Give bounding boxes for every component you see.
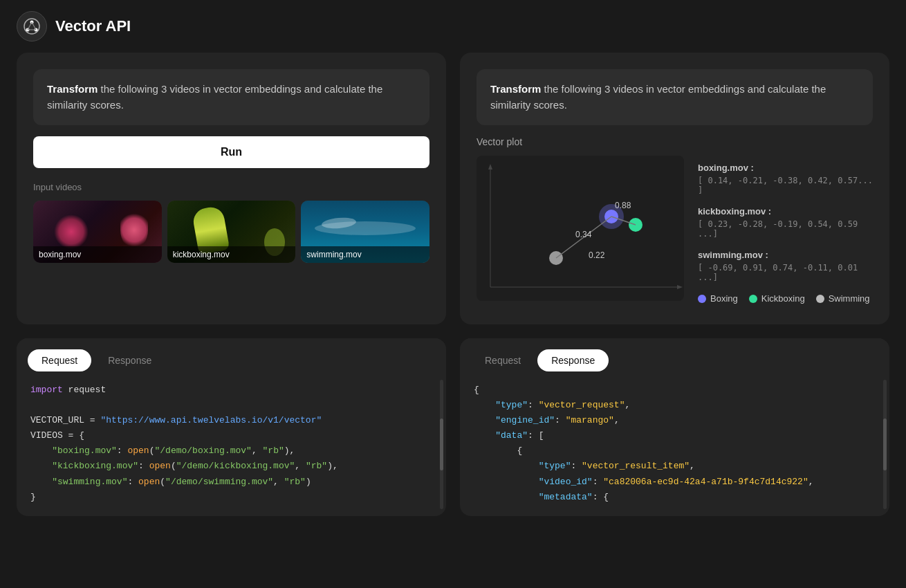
scrollbar-track: [440, 380, 443, 509]
json-line-data: "data": [: [474, 428, 876, 443]
right-tab-response[interactable]: Response: [537, 349, 609, 371]
left-desc-bold: Transform: [47, 83, 98, 95]
json-line-obj-open: {: [474, 443, 876, 459]
code-line-url: VECTOR_URL = "https://www.api.twelvelabs…: [30, 413, 432, 428]
legend-boxing-dot: Boxing: [698, 293, 738, 304]
right-scrollbar-thumb[interactable]: [883, 419, 887, 470]
swimming-dot: [816, 295, 824, 303]
code-line-videos-open: VIDEOS = {: [30, 428, 432, 443]
right-desc-rest: the following 3 videos in vector embeddi…: [490, 83, 826, 111]
keyword-import: import: [30, 385, 63, 395]
code-line-close: }: [30, 490, 432, 505]
plot-legend: boxing.mov : [ 0.14, -0.21, -0.38, 0.42,…: [698, 156, 873, 304]
legend-swimming-dot: Swimming: [816, 293, 870, 304]
right-desc-bold: Transform: [490, 83, 541, 95]
left-code-panel: Request Response import request VECTOR_U…: [17, 338, 446, 516]
scrollbar-thumb[interactable]: [440, 419, 443, 470]
kickboxing-video-thumb: kickboxing.mov: [167, 201, 296, 263]
logo-icon: [17, 11, 47, 42]
legend-boxing-name: boxing.mov :: [698, 163, 873, 173]
left-input-panel: Transform the following 3 videos in vect…: [17, 53, 446, 324]
json-line-type2: "type": "vector_result_item",: [474, 459, 876, 474]
input-videos-label: Input videos: [33, 182, 429, 192]
code-line-blank: [30, 398, 432, 413]
kickboxing-label: kickboxing.mov: [167, 246, 296, 263]
legend-kickboxing-values: [ 0.23, -0.28, -0.19, 0.54, 0.59 ...]: [698, 219, 873, 239]
legend-boxing: boxing.mov : [ 0.14, -0.21, -0.38, 0.42,…: [698, 163, 873, 195]
code-line-kickboxing: "kickboxing.mov": open("/demo/kickboxing…: [30, 459, 432, 474]
app-title: Vector API: [55, 17, 131, 35]
json-line-metadata: "metadata": {: [474, 490, 876, 505]
swimming-video-thumb: swimming.mov: [301, 201, 429, 263]
boxing-label: boxing.mov: [33, 246, 162, 263]
svg-marker-10: [488, 164, 492, 169]
legend-dots: Boxing Kickboxing Swimming: [698, 293, 873, 304]
main-grid: Transform the following 3 videos in vect…: [0, 53, 906, 338]
legend-swimming: swimming.mov : [ -0.69, 0.91, 0.74, -0.1…: [698, 250, 873, 282]
left-description: Transform the following 3 videos in vect…: [33, 69, 429, 125]
swimming-dot-label: Swimming: [829, 293, 870, 304]
legend-kickboxing-dot: Kickboxing: [749, 293, 805, 304]
legend-swimming-name: swimming.mov :: [698, 250, 873, 260]
svg-marker-9: [677, 285, 683, 289]
boxing-dot: [698, 295, 706, 303]
code-line-swimming: "swimming.mov": open("/demo/swimming.mov…: [30, 475, 432, 490]
svg-text:0.88: 0.88: [615, 201, 631, 210]
legend-kickboxing-name: kickboxing.mov :: [698, 206, 873, 217]
json-line-1: {: [474, 383, 876, 398]
legend-boxing-values: [ 0.14, -0.21, -0.38, 0.42, 0.57... ]: [698, 176, 873, 195]
json-line-engine: "engine_id": "marango",: [474, 413, 876, 428]
swimming-label: swimming.mov: [301, 246, 429, 263]
right-tab-request[interactable]: Request: [471, 349, 535, 371]
boxing-dot-label: Boxing: [710, 293, 738, 304]
svg-line-5: [32, 22, 36, 30]
svg-text:0.34: 0.34: [575, 230, 592, 239]
legend-kickboxing: kickboxing.mov : [ 0.23, -0.28, -0.19, 0…: [698, 206, 873, 239]
svg-text:0.22: 0.22: [589, 250, 605, 260]
plot-area: 0.88 0.34 0.22 boxing.mov : [ 0.14, -0.2…: [477, 156, 873, 308]
code-line-boxing: "boxing.mov": open("/demo/boxing.mov", "…: [30, 443, 432, 459]
right-tab-bar: Request Response: [460, 338, 889, 371]
left-desc-rest: the following 3 videos in vector embeddi…: [47, 83, 382, 111]
vector-plot-label: Vector plot: [477, 136, 873, 147]
right-scrollbar-track: [883, 380, 887, 509]
right-description: Transform the following 3 videos in vect…: [477, 69, 873, 125]
vector-plot: 0.88 0.34 0.22: [477, 156, 684, 308]
json-line-video-id: "video_id": "ca82006a-ec9d-42a4-a71b-9f4…: [474, 475, 876, 490]
left-tab-response[interactable]: Response: [94, 349, 165, 371]
bottom-grid: Request Response import request VECTOR_U…: [0, 338, 906, 530]
left-tab-bar: Request Response: [17, 338, 446, 371]
boxing-video-thumb: boxing.mov: [33, 201, 162, 263]
video-grid: boxing.mov kickboxing.mov swimming.mov: [33, 201, 429, 263]
left-code-content: import request VECTOR_URL = "https://www…: [17, 371, 446, 516]
right-result-panel: Transform the following 3 videos in vect…: [460, 53, 889, 324]
kickboxing-dot: [749, 295, 757, 303]
right-code-content: { "type": "vector_request", "engine_id":…: [460, 371, 889, 516]
legend-swimming-values: [ -0.69, 0.91, 0.74, -0.11, 0.01 ...]: [698, 263, 873, 282]
json-line-type: "type": "vector_request",: [474, 398, 876, 413]
svg-line-4: [28, 22, 32, 30]
code-line-1: import request: [30, 383, 432, 398]
right-code-panel: Request Response { "type": "vector_reque…: [460, 338, 889, 516]
run-button[interactable]: Run: [33, 136, 429, 168]
header: Vector API: [0, 0, 906, 53]
kickboxing-dot-label: Kickboxing: [761, 293, 805, 304]
left-tab-request[interactable]: Request: [28, 349, 91, 371]
